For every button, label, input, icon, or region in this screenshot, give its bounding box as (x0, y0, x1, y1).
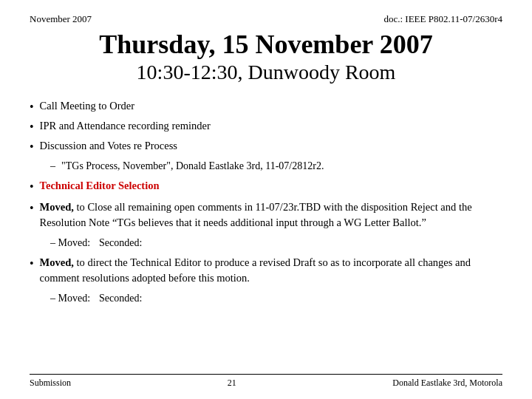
sub-bullet-1: – "TGs Process, November", Donald Eastla… (50, 159, 502, 174)
title-section: Thursday, 15 November 2007 10:30-12:30, … (30, 30, 502, 85)
bullet-item-1: • Call Meeting to Order (30, 98, 502, 115)
moved1-subline-label: – Moved: (50, 236, 90, 250)
moved1-rest: to Close all remaining open comments in … (40, 201, 472, 228)
moved-text-1: Moved, to Close all remaining open comme… (40, 200, 502, 231)
header-left: November 2007 (30, 13, 92, 25)
moved1-subline-seconded: Seconded: (99, 236, 142, 250)
moved-item-2: • Moved, to direct the Technical Editor … (30, 255, 502, 287)
sub-bullet-text: "TGs Process, November", Donald Eastlake… (61, 159, 324, 174)
technical-editor-label: Technical Editor Selection (40, 178, 160, 194)
bullet-icon-2: • (30, 118, 34, 135)
bullet-icon-moved1: • (30, 200, 34, 216)
moved1-bold: Moved, (40, 201, 74, 213)
moved2-subline: – Moved: Seconded: (50, 291, 502, 306)
header-bar: November 2007 doc.: IEEE P802.11-07/2630… (30, 13, 502, 25)
bullet-icon-1: • (30, 98, 34, 115)
bullet-item-2: • IPR and Attendance recording reminder (30, 118, 502, 135)
bullet-text-3: Discussion and Votes re Process (40, 138, 177, 154)
footer-bar: Submission 21 Donald Eastlake 3rd, Motor… (30, 374, 502, 389)
footer-right: Donald Eastlake 3rd, Motorola (392, 378, 502, 389)
footer-left: Submission (30, 378, 71, 389)
bullet-text-1: Call Meeting to Order (40, 98, 134, 114)
main-title: Thursday, 15 November 2007 (30, 30, 502, 60)
moved2-bold: Moved, (40, 256, 74, 268)
bullet-text-2: IPR and Attendance recording reminder (40, 118, 211, 134)
content: • Call Meeting to Order • IPR and Attend… (30, 98, 502, 371)
bullet-item-technical: • Technical Editor Selection (30, 178, 502, 195)
moved1-subline: – Moved: Seconded: (50, 236, 502, 250)
moved2-subline-seconded: Seconded: (99, 291, 142, 306)
bullet-item-3: • Discussion and Votes re Process (30, 138, 502, 155)
moved2-content: Moved, to direct the Technical Editor to… (40, 256, 471, 284)
moved2-subline-label: – Moved: (50, 291, 90, 306)
moved-item-1: • Moved, to Close all remaining open com… (30, 200, 502, 231)
moved2-rest: to direct the Technical Editor to produc… (40, 256, 471, 284)
bullet-icon-3: • (30, 138, 34, 155)
bullet-icon-technical: • (30, 178, 34, 195)
bullet-icon-moved2: • (30, 255, 34, 272)
moved-text-2: Moved, to direct the Technical Editor to… (40, 255, 502, 287)
page: November 2007 doc.: IEEE P802.11-07/2630… (0, 0, 532, 399)
footer-center: 21 (228, 378, 236, 389)
moved1-content: Moved, to Close all remaining open comme… (40, 201, 472, 228)
header-right: doc.: IEEE P802.11-07/2630r4 (383, 13, 502, 25)
sub-bullet-dash: – (50, 159, 55, 174)
sub-title: 10:30-12:30, Dunwoody Room (30, 60, 502, 85)
